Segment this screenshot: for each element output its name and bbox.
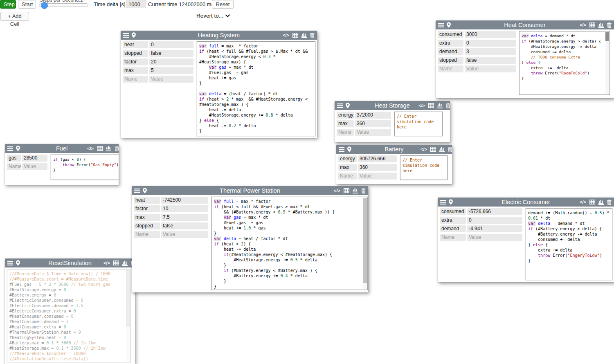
menu-icon[interactable] [438,23,444,27]
chart-view-icon[interactable] [437,103,443,108]
start-button[interactable]: Start [18,0,36,9]
prop-name-field[interactable]: stopped [123,50,148,57]
prop-value-field[interactable]: -4.941 [467,225,522,232]
chart-view-icon[interactable] [122,260,128,266]
chart-view-icon[interactable] [598,199,604,205]
table-view-icon[interactable] [344,188,349,193]
menu-icon[interactable] [337,103,343,108]
prop-value-placeholder-input[interactable]: Value [467,234,522,241]
prop-name-field[interactable]: extra [440,217,466,224]
add-cell-button[interactable]: + Add Cell [0,12,29,21]
prop-value-field[interactable]: 3 [465,48,516,55]
prop-value-field[interactable]: 10 [161,205,208,212]
chart-view-icon[interactable] [598,22,604,28]
trash-icon[interactable] [607,22,612,28]
code-view-icon[interactable]: </> [103,261,110,265]
prop-name-field[interactable]: max [337,120,354,127]
prop-name-field[interactable]: factor [123,58,148,65]
menu-icon[interactable] [440,200,446,204]
prop-value-placeholder-input[interactable]: Value [149,76,193,83]
prop-value-field[interactable]: 5 [149,67,193,74]
pin-icon[interactable] [447,22,451,28]
prop-name-field[interactable]: energy [338,155,357,162]
code-view-icon[interactable]: </> [580,22,586,27]
slider-thumb[interactable] [41,2,48,9]
prop-value-placeholder-input[interactable]: Value [465,65,516,72]
prop-value-field[interactable]: 3000 [465,31,516,38]
prop-value-field[interactable]: -5726.666 [467,208,522,215]
code-view-icon[interactable]: </> [421,147,427,152]
trash-icon[interactable] [446,103,450,108]
pin-icon[interactable] [16,260,20,266]
prop-value-field[interactable]: 305726.666 [358,155,397,162]
code-view-icon[interactable]: </> [283,33,289,38]
table-view-icon[interactable] [113,261,119,265]
pin-icon[interactable] [143,188,147,193]
menu-icon[interactable] [7,146,13,151]
prop-name-placeholder-input[interactable]: Name [134,231,160,238]
prop-value-placeholder-input[interactable]: Value [355,129,391,136]
revert-to-dropdown[interactable]: Revert to... [196,13,230,19]
prop-value-field[interactable]: 372000 [355,112,391,119]
prop-name-placeholder-input[interactable]: Name [338,173,357,180]
prop-name-field[interactable]: extra [438,40,463,47]
table-view-icon[interactable] [589,22,595,27]
prop-name-field[interactable]: demand [440,225,466,232]
reset-button[interactable]: Reset [212,0,234,9]
code-editor[interactable]: var full = max * factor if (heat < full … [211,197,368,290]
prop-value-field[interactable]: false [161,222,208,229]
menu-icon[interactable] [339,147,344,152]
prop-name-placeholder-input[interactable]: Name [123,76,148,83]
table-view-icon[interactable] [292,33,298,38]
prop-value-field[interactable]: 28500 [22,155,47,162]
prop-name-field[interactable]: stopped [438,57,463,64]
pin-icon[interactable] [346,103,350,108]
prop-name-field[interactable]: consumed [438,31,463,38]
prop-value-field[interactable]: 360 [358,164,397,171]
prop-value-placeholder-input[interactable]: Value [358,173,397,180]
table-view-icon[interactable] [430,147,436,152]
code-editor[interactable]: if (gas < 0) { throw Error("Gas Empty") … [51,155,119,180]
chart-view-icon[interactable] [106,146,111,151]
table-view-icon[interactable] [428,103,434,108]
trash-icon[interactable] [310,33,315,38]
prop-name-placeholder-input[interactable]: Name [7,163,21,170]
prop-name-field[interactable]: max [338,164,357,171]
pin-icon[interactable] [449,199,453,205]
prop-value-field[interactable]: 20 [149,58,193,65]
pin-icon[interactable] [16,146,20,151]
prop-name-field[interactable]: demand [438,48,463,55]
scrollbar-thumb[interactable] [126,270,130,327]
steps-per-second-slider[interactable] [39,3,88,7]
trash-icon[interactable] [448,147,452,152]
prop-name-field[interactable]: factor [134,205,160,212]
code-editor[interactable]: var full = max * factor if (heat < full … [197,41,315,136]
prop-name-field[interactable]: max [123,67,148,74]
prop-value-field[interactable]: false [149,50,193,57]
scrollbar-thumb[interactable] [605,32,609,41]
prop-name-placeholder-input[interactable]: Name [337,129,354,136]
trash-icon[interactable] [115,146,119,151]
prop-value-field[interactable]: 0 [149,41,193,48]
code-editor[interactable]: //#MeasureData.$.Time = Date.now() / 100… [7,269,130,362]
menu-icon[interactable] [134,189,140,193]
menu-icon[interactable] [7,261,13,265]
scrollbar[interactable] [126,270,130,362]
menu-icon[interactable] [123,33,129,38]
prop-name-placeholder-input[interactable]: Name [440,234,466,241]
time-delta-input[interactable] [126,0,146,8]
chart-view-icon[interactable] [301,32,307,38]
prop-value-field[interactable]: -742500 [161,197,208,204]
prop-name-field[interactable]: consumed [440,208,466,215]
prop-value-placeholder-input[interactable]: Value [161,231,208,238]
scrollbar[interactable] [363,198,367,289]
prop-name-placeholder-input[interactable]: Name [438,65,463,72]
prop-name-field[interactable]: gas [7,155,21,162]
prop-value-field[interactable]: 0 [465,40,516,47]
code-editor[interactable]: demand += (Math.random() - 0.5) * 0.01 *… [526,208,612,280]
prop-value-placeholder-input[interactable]: Value [22,163,47,170]
table-view-icon[interactable] [589,200,595,204]
step-button[interactable]: Step [0,0,16,9]
chart-view-icon[interactable] [353,188,358,193]
trash-icon[interactable] [361,188,366,193]
